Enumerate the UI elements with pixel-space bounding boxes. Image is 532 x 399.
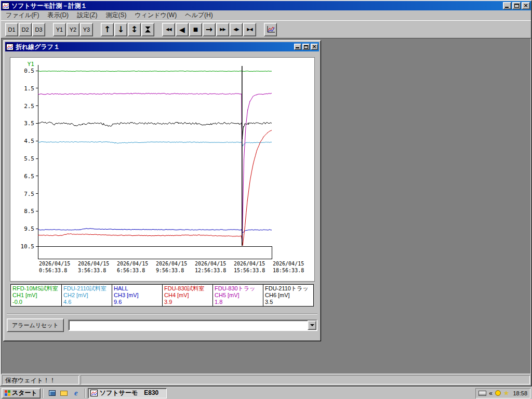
d1-button[interactable]: D1 — [5, 23, 18, 36]
channel-legend: RFD-10MS試料室CH1 [mV]-0.0FDU-2110試料室CH2 [m… — [10, 284, 314, 307]
title-bar[interactable]: ソフトサーモ計測－計測１ × — [1, 1, 531, 10]
menu-item-help[interactable]: ヘルプ(H) — [181, 10, 217, 21]
button-label: D2 — [21, 26, 29, 33]
chart-icon — [266, 25, 275, 34]
svg-text:9.5: 9.5 — [24, 225, 34, 232]
taskbar-clock[interactable]: 18:58 — [513, 390, 527, 396]
d2-button[interactable]: D2 — [19, 23, 32, 36]
start-button[interactable]: スタート — [2, 388, 41, 398]
svg-text:5.5: 5.5 — [24, 155, 34, 162]
svg-text:2026/04/15: 2026/04/15 — [234, 261, 265, 267]
svg-text:9:56:33.8: 9:56:33.8 — [156, 268, 184, 273]
yaxis-group: Y1Y2Y3 — [53, 23, 93, 36]
collapse-chevron-icon[interactable]: « — [489, 390, 493, 396]
svg-text:2026/04/15: 2026/04/15 — [78, 261, 109, 267]
minimize-icon — [505, 7, 509, 8]
svg-text:3.5: 3.5 — [24, 120, 34, 127]
graph-window-icon — [6, 44, 14, 50]
star-icon[interactable]: ★ — [503, 390, 510, 396]
channel-value: 4.6 — [63, 299, 110, 305]
legend-cell-ch4: FDU-830試料室CH4 [mV]3.9 — [162, 285, 212, 306]
combobox-dropdown-button[interactable] — [308, 321, 316, 330]
internet-explorer-icon[interactable]: e — [72, 389, 81, 397]
open-graph-button[interactable] — [264, 23, 277, 36]
step-back-button[interactable]: ◀ — [176, 23, 189, 36]
alert-icon[interactable] — [495, 390, 501, 396]
hourglass-icon — [145, 26, 151, 33]
graph-close-button[interactable]: × — [311, 44, 318, 50]
task-button-label: ソフトサーモ E830 — [100, 389, 158, 397]
alarm-combobox[interactable] — [68, 320, 317, 331]
windows-flag-icon — [5, 390, 10, 396]
svg-text:6.5: 6.5 — [24, 173, 34, 180]
keyboard-icon[interactable] — [478, 391, 486, 396]
combobox-value[interactable] — [69, 321, 308, 330]
maximize-icon — [304, 45, 308, 49]
minimize-button[interactable] — [503, 2, 511, 9]
scroll-down-button[interactable]: ↓ — [114, 23, 127, 36]
toolbar: D1D2D3Y1Y2Y3↑↓↕◀◀◀■→▶▶◀▶▶◀ — [1, 20, 531, 38]
taskbar-task-button[interactable]: ソフトサーモ E830 — [88, 388, 167, 398]
fast-forward-button[interactable]: ▶▶ — [216, 23, 229, 36]
menu-item-view[interactable]: 表示(D) — [43, 10, 73, 21]
close-icon: × — [523, 3, 528, 8]
mdi-area: 折れ線グラフ１ × 0.51.52.53.54.55.56.57.58.59.5… — [1, 38, 531, 374]
y2-button[interactable]: Y2 — [66, 23, 79, 36]
button-label: D3 — [35, 26, 42, 33]
channel-unit: CH3 [mV] — [114, 292, 161, 299]
channel-unit: CH4 [mV] — [164, 292, 211, 299]
channel-value: -0.0 — [12, 299, 60, 305]
channel-name: FDU-830トラッ — [215, 285, 261, 292]
expand-x-button[interactable]: ◀▶ — [230, 23, 243, 36]
channel-unit: CH2 [mV] — [63, 292, 110, 299]
maximize-icon — [514, 4, 519, 8]
legend-cell-ch2: FDU-2110試料室CH2 [mV]4.6 — [61, 285, 112, 306]
graph-maximize-button[interactable] — [302, 44, 310, 50]
up-down-arrow-icon: ↕ — [131, 25, 138, 34]
svg-text:6:56:33.8: 6:56:33.8 — [117, 268, 145, 273]
quick-launch: e — [46, 389, 83, 397]
close-button[interactable]: × — [522, 2, 530, 9]
menu-item-measure[interactable]: 測定(S) — [101, 10, 130, 21]
divider — [7, 313, 317, 314]
y1-button[interactable]: Y1 — [53, 23, 66, 36]
d3-button[interactable]: D3 — [32, 23, 45, 36]
channel-value: 3.9 — [164, 299, 211, 305]
channel-name: FDU-2110試料室 — [63, 285, 110, 292]
maximize-button[interactable] — [512, 2, 521, 9]
status-cell-empty — [81, 375, 530, 384]
svg-text:2026/04/15: 2026/04/15 — [156, 261, 187, 267]
fast-rewind-button[interactable]: ◀◀ — [162, 23, 175, 36]
close-icon: × — [312, 44, 316, 49]
arrows-in-icon: ▶◀ — [247, 28, 252, 32]
show-desktop-icon[interactable] — [48, 389, 57, 397]
button-label: Y2 — [70, 26, 76, 33]
alarm-reset-button[interactable]: アラームリセット — [7, 318, 64, 332]
svg-text:12:56:33.8: 12:56:33.8 — [195, 268, 226, 273]
play-button[interactable]: → — [203, 23, 216, 36]
svg-text:2026/04/15: 2026/04/15 — [273, 261, 304, 267]
chevron-down-icon — [310, 324, 314, 326]
menu-item-file[interactable]: ファイル(F) — [2, 10, 43, 21]
scroll-up-button[interactable]: ↑ — [101, 23, 114, 36]
menu-item-settings[interactable]: 設定(Z) — [73, 10, 101, 21]
channel-value: 9.6 — [114, 299, 161, 305]
svg-text:0.5: 0.5 — [24, 68, 34, 74]
line-chart[interactable]: 0.51.52.53.54.55.56.57.58.59.510.5Y12026… — [10, 58, 314, 281]
stop-button[interactable]: ■ — [189, 23, 202, 36]
graph-window-title-bar[interactable]: 折れ線グラフ１ × — [5, 42, 319, 51]
start-label: スタート — [12, 389, 37, 397]
channel-value: 1.8 — [215, 299, 261, 305]
menu-item-window[interactable]: ウィンドウ(W) — [130, 10, 181, 21]
graph-minimize-button[interactable] — [294, 44, 301, 50]
status-bar: 保存ウェイト！！ — [1, 374, 531, 385]
screen: ソフトサーモ計測－計測１ × ファイル(F)表示(D)設定(Z)測定(S)ウィン… — [0, 0, 532, 399]
y3-button[interactable]: Y3 — [80, 23, 93, 36]
svg-text:Y1: Y1 — [27, 61, 34, 68]
app-icon — [2, 3, 9, 9]
svg-text:1.5: 1.5 — [24, 85, 34, 92]
compress-x-button[interactable]: ▶◀ — [243, 23, 256, 36]
folder-icon[interactable] — [60, 389, 69, 397]
fit-vertical-button[interactable]: ↕ — [128, 23, 141, 36]
time-range-button[interactable] — [141, 23, 154, 36]
